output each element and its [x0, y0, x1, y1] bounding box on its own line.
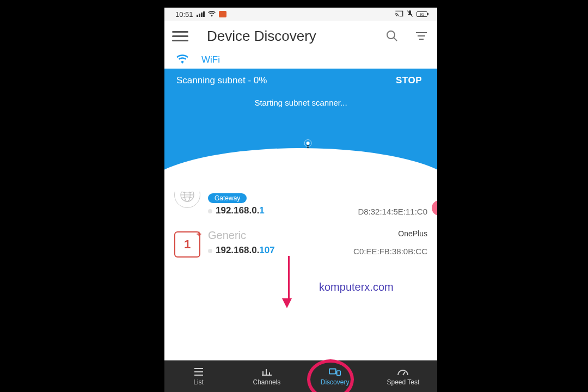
nav-channels[interactable]: Channels: [232, 360, 301, 392]
device-ip: 192.168.0.1: [208, 205, 265, 216]
speed-icon: [397, 367, 409, 377]
menu-button[interactable]: [171, 27, 189, 45]
battery-icon: 91: [416, 11, 427, 17]
filter-button[interactable]: [412, 27, 431, 45]
device-row[interactable]: 1 Generic OnePlus 192.168.0.107 C0:EE:FB…: [174, 224, 427, 265]
nav-list[interactable]: List: [164, 360, 232, 392]
svg-rect-7: [337, 371, 340, 375]
notification-icon: [219, 11, 226, 17]
stop-button[interactable]: STOP: [390, 73, 427, 88]
status-bar: 10:51 91: [164, 8, 437, 21]
wifi-icon: [176, 54, 188, 66]
scan-status-text: Scanning subnet - 0%: [176, 75, 390, 86]
hero-panel: Starting subnet scanner...: [164, 93, 437, 170]
device-vendor: OnePlus: [398, 229, 427, 238]
svg-point-1: [387, 31, 395, 39]
wifi-status-icon: [208, 10, 216, 19]
svg-line-2: [394, 38, 397, 41]
bottom-nav: List Channels Discovery Speed Test: [164, 360, 437, 392]
hero-status-text: Starting subnet scanner...: [164, 93, 437, 107]
discovery-icon: [329, 367, 341, 377]
channels-icon: [261, 367, 273, 377]
app-bar: Device Discovery: [164, 21, 437, 51]
phone-frame: 10:51 91 Device Discovery: [164, 8, 437, 392]
nav-speed-test[interactable]: Speed Test: [369, 360, 437, 392]
gateway-badge: Gateway: [208, 193, 247, 203]
signal-icon: [197, 11, 205, 17]
annotation-watermark: komputerx.com: [319, 281, 394, 293]
list-icon: [193, 367, 205, 377]
connection-row[interactable]: WiFi: [164, 51, 437, 69]
device-mac: D8:32:14:5E:11:C0: [358, 207, 427, 216]
connection-label: WiFi: [201, 54, 220, 65]
device-mac: C0:EE:FB:38:0B:CC: [353, 247, 427, 256]
page-title: Device Discovery: [207, 28, 316, 45]
mute-icon: [407, 10, 413, 19]
cast-icon: [395, 10, 403, 19]
device-name: Generic: [208, 229, 246, 242]
scan-status-bar: Scanning subnet - 0% STOP: [164, 69, 437, 93]
nav-discovery[interactable]: Discovery: [301, 360, 369, 392]
nav-label: Speed Test: [387, 378, 419, 386]
status-time: 10:51: [175, 10, 193, 19]
nav-label: Channels: [253, 378, 281, 386]
device-ip: 192.168.0.107: [208, 245, 275, 256]
nav-label: Discovery: [321, 378, 350, 386]
nav-label: List: [193, 378, 204, 386]
oneplus-icon: 1: [174, 231, 200, 258]
svg-rect-6: [329, 369, 336, 373]
search-button[interactable]: [383, 27, 401, 45]
